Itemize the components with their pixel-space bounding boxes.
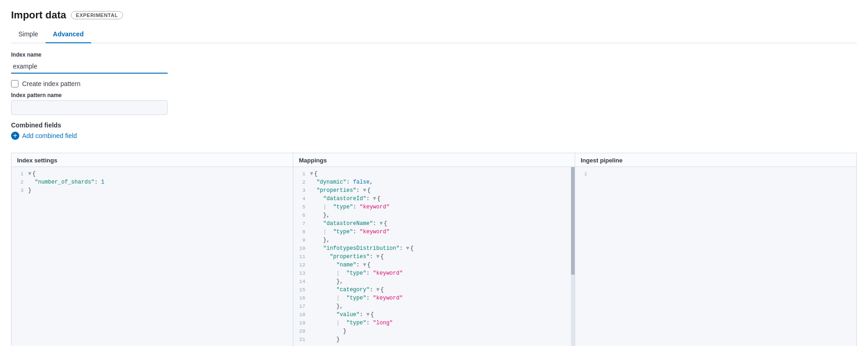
code-line: 17 }, bbox=[293, 302, 575, 311]
code-line: 3 "properties": ▼{ bbox=[293, 186, 575, 195]
create-index-pattern-row: Create index pattern bbox=[11, 80, 857, 87]
code-line: 21 } bbox=[293, 335, 575, 344]
index-settings-code[interactable]: 1 ▼{ 2 "number_of_shards": 1 3 } bbox=[12, 167, 293, 346]
index-name-section: Index name bbox=[11, 52, 857, 74]
experimental-badge: EXPERIMENTAL bbox=[71, 11, 123, 19]
code-line: 9 }, bbox=[293, 236, 575, 244]
tab-simple[interactable]: Simple bbox=[11, 27, 46, 43]
create-index-pattern-checkbox[interactable] bbox=[11, 80, 18, 87]
ingest-pipeline-code[interactable]: 1 bbox=[575, 167, 856, 346]
code-line: 10 "infotypesDistribution": ▼{ bbox=[293, 244, 575, 253]
index-name-label: Index name bbox=[11, 52, 857, 58]
code-line: 1 ▼{ bbox=[293, 170, 575, 178]
tab-advanced[interactable]: Advanced bbox=[46, 27, 91, 43]
code-line: 14 }, bbox=[293, 277, 575, 286]
add-combined-field-label: Add combined field bbox=[22, 132, 77, 139]
code-line: 20 } bbox=[293, 327, 575, 335]
create-index-pattern-label[interactable]: Create index pattern bbox=[22, 80, 81, 87]
ingest-pipeline-panel: Ingest pipeline 1 bbox=[575, 153, 857, 346]
index-settings-panel: Index settings 1 ▼{ 2 "number_of_shards"… bbox=[11, 153, 293, 346]
code-line: 2 "number_of_shards": 1 bbox=[12, 178, 293, 186]
index-settings-title: Index settings bbox=[12, 153, 293, 167]
add-combined-field-button[interactable]: + Add combined field bbox=[11, 132, 77, 140]
code-line: 5 | "type": "keyword" bbox=[293, 203, 575, 211]
code-line: 6 }, bbox=[293, 211, 575, 219]
ingest-pipeline-title: Ingest pipeline bbox=[575, 153, 856, 167]
editors-row: Index settings 1 ▼{ 2 "number_of_shards"… bbox=[11, 153, 857, 346]
code-line: 15 "category": ▼{ bbox=[293, 286, 575, 294]
code-line: 1 ▼{ bbox=[12, 170, 293, 178]
combined-fields-label: Combined fields bbox=[11, 121, 857, 129]
code-line: 19 | "type": "long" bbox=[293, 319, 575, 327]
code-line: 11 "properties": ▼{ bbox=[293, 253, 575, 261]
page-wrapper: Import data EXPERIMENTAL Simple Advanced… bbox=[0, 0, 868, 346]
mappings-panel: Mappings 1 ▼{ 2 "dynamic": false, 3 "pro… bbox=[293, 153, 575, 346]
code-line: 8 | "type": "keyword" bbox=[293, 228, 575, 236]
index-pattern-name-section: Index pattern name bbox=[11, 92, 857, 115]
code-line: 12 "name": ▼{ bbox=[293, 261, 575, 269]
index-pattern-name-input[interactable] bbox=[11, 100, 168, 115]
mappings-code[interactable]: 1 ▼{ 2 "dynamic": false, 3 "properties":… bbox=[293, 167, 575, 346]
code-line: 7 "datastoreName": ▼{ bbox=[293, 219, 575, 228]
code-line: 2 "dynamic": false, bbox=[293, 178, 575, 186]
scrollbar-track[interactable] bbox=[571, 167, 575, 346]
page-title: Import data bbox=[11, 9, 66, 21]
page-header: Import data EXPERIMENTAL bbox=[11, 9, 857, 21]
code-line: 13 | "type": "keyword" bbox=[293, 269, 575, 277]
code-line: 4 "datastoreId": ▼{ bbox=[293, 195, 575, 203]
code-line: 3 } bbox=[12, 186, 293, 195]
index-name-input[interactable] bbox=[11, 60, 168, 74]
tabs-bar: Simple Advanced bbox=[11, 27, 857, 43]
scrollbar-thumb[interactable] bbox=[571, 167, 575, 275]
code-line: 1 bbox=[575, 170, 856, 178]
plus-icon: + bbox=[11, 132, 19, 140]
combined-fields-section: Combined fields + Add combined field bbox=[11, 121, 857, 146]
code-line: 16 | "type": "keyword" bbox=[293, 294, 575, 302]
code-line: 18 "value": ▼{ bbox=[293, 311, 575, 319]
index-pattern-name-label: Index pattern name bbox=[11, 92, 857, 98]
mappings-title: Mappings bbox=[293, 153, 575, 167]
